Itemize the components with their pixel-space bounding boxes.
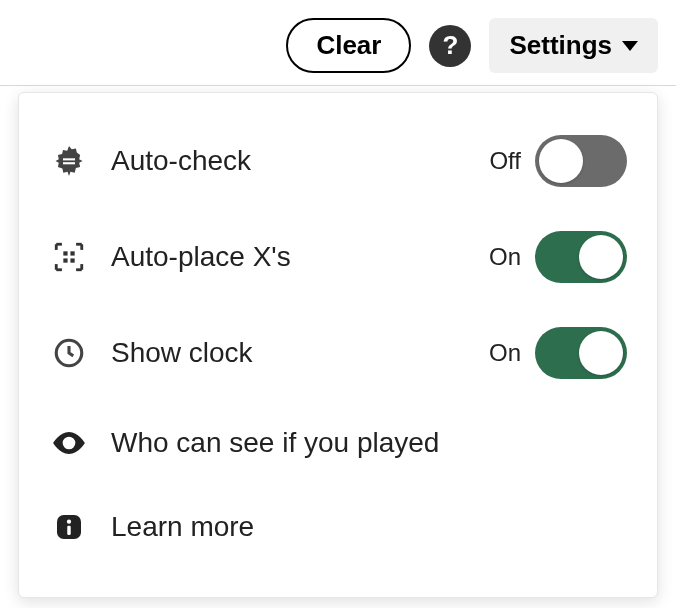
- auto-check-toggle[interactable]: [535, 135, 627, 187]
- toolbar-divider: [0, 85, 676, 86]
- toggle-knob: [539, 139, 583, 183]
- svg-rect-5: [70, 258, 74, 262]
- toggle-state-label: Off: [489, 147, 521, 175]
- toggle-state-label: On: [489, 243, 521, 271]
- toggle-knob: [579, 235, 623, 279]
- menu-label: Who can see if you played: [111, 427, 627, 459]
- svg-point-7: [66, 440, 72, 446]
- svg-rect-2: [63, 251, 67, 255]
- svg-point-9: [67, 520, 71, 524]
- menu-label: Auto-check: [111, 145, 467, 177]
- toolbar: Clear ? Settings: [0, 0, 676, 85]
- menu-item-learn-more[interactable]: Learn more: [49, 485, 627, 569]
- menu-label: Show clock: [111, 337, 467, 369]
- toggle-group: On: [489, 327, 627, 379]
- menu-item-show-clock: Show clock On: [49, 305, 627, 401]
- help-icon[interactable]: ?: [429, 25, 471, 67]
- svg-rect-4: [63, 258, 67, 262]
- toggle-group: Off: [489, 135, 627, 187]
- badge-icon: [49, 141, 89, 181]
- menu-label: Auto-place X's: [111, 241, 467, 273]
- eye-icon: [49, 423, 89, 463]
- svg-rect-3: [70, 251, 74, 255]
- svg-rect-10: [67, 526, 70, 535]
- menu-item-auto-place-x: Auto-place X's On: [49, 209, 627, 305]
- settings-dropdown-panel: Auto-check Off Auto-place X's On: [18, 92, 658, 598]
- settings-button-label: Settings: [509, 30, 612, 61]
- toggle-group: On: [489, 231, 627, 283]
- svg-rect-1: [63, 162, 75, 164]
- auto-place-x-toggle[interactable]: [535, 231, 627, 283]
- info-icon: [49, 507, 89, 547]
- menu-item-visibility[interactable]: Who can see if you played: [49, 401, 627, 485]
- toggle-state-label: On: [489, 339, 521, 367]
- clock-icon: [49, 333, 89, 373]
- clear-button[interactable]: Clear: [286, 18, 411, 73]
- show-clock-toggle[interactable]: [535, 327, 627, 379]
- menu-label: Learn more: [111, 511, 627, 543]
- grid-icon: [49, 237, 89, 277]
- chevron-down-icon: [622, 41, 638, 51]
- menu-item-auto-check: Auto-check Off: [49, 113, 627, 209]
- svg-rect-0: [63, 158, 75, 160]
- toggle-knob: [579, 331, 623, 375]
- settings-button[interactable]: Settings: [489, 18, 658, 73]
